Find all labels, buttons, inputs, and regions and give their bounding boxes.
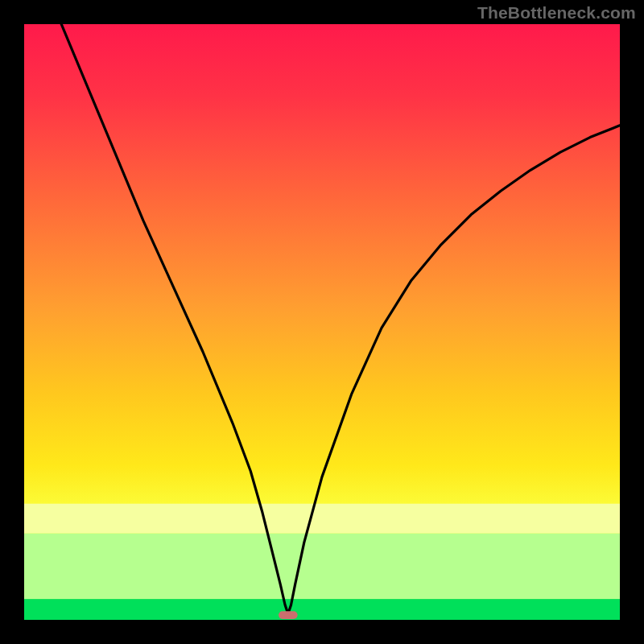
chart-frame: TheBottleneck.com — [0, 0, 644, 644]
plot-area — [24, 24, 620, 620]
band-light-yellow — [24, 504, 620, 534]
band-pale-green — [24, 534, 620, 599]
band-green — [24, 599, 620, 620]
optimum-marker — [279, 611, 298, 619]
gradient-chart — [24, 24, 620, 620]
watermark-text: TheBottleneck.com — [477, 3, 636, 23]
